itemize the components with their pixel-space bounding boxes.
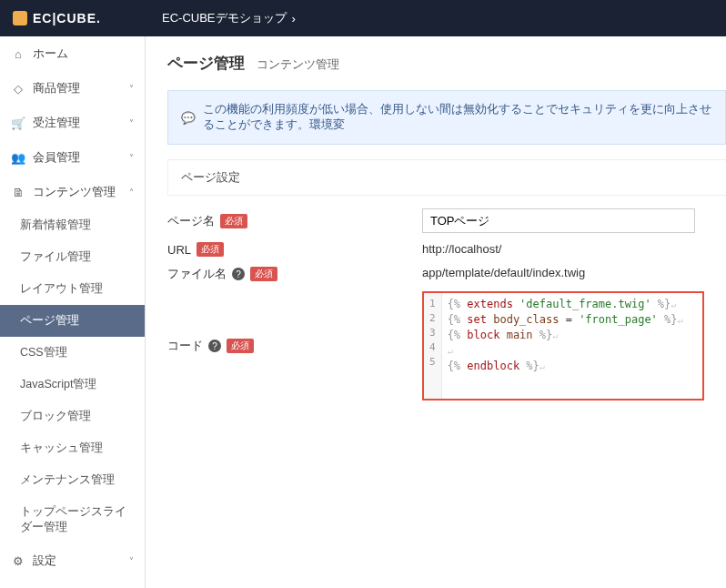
sidebar-sub-item[interactable]: ページ管理 <box>0 305 145 337</box>
page-subtitle: コンテンツ管理 <box>257 57 339 71</box>
sidebar-sub-item[interactable]: メンテナンス管理 <box>0 464 145 496</box>
sidebar-item[interactable]: ✿オーナーズストア˅ <box>0 578 145 588</box>
sidebar-icon: 🛒 <box>11 117 25 130</box>
label-file-name: ファイル名 <box>167 266 227 282</box>
brand-logo[interactable]: EC|CUBE. <box>0 11 146 25</box>
required-badge: 必須 <box>220 214 247 228</box>
label-page-name: ページ名 <box>167 213 215 229</box>
sidebar: ⌂ホーム◇商品管理˅🛒受注管理˅👥会員管理˅🗎コンテンツ管理˄新着情報管理ファイ… <box>0 36 146 588</box>
sidebar-item[interactable]: 👥会員管理˅ <box>0 140 145 175</box>
sidebar-sub-item[interactable]: ブロック管理 <box>0 400 145 432</box>
sidebar-sub-item[interactable]: キャッシュ管理 <box>0 432 145 464</box>
row-page-name: ページ名 必須 <box>167 208 726 233</box>
sidebar-icon: ⚙ <box>11 554 25 568</box>
chevron-icon: ˅ <box>129 84 134 94</box>
sidebar-item[interactable]: 🗎コンテンツ管理˄ <box>0 175 145 209</box>
page-title: ページ管理 コンテンツ管理 <box>167 53 726 74</box>
sidebar-sub-item[interactable]: トップページスライダー管理 <box>0 496 145 543</box>
info-banner: 💬 この機能の利用頻度が低い場合、使用しない間は無効化することでセキュリティを更… <box>167 90 726 145</box>
sidebar-icon: 👥 <box>11 151 25 165</box>
required-badge: 必須 <box>250 267 277 281</box>
brand-text: EC|CUBE. <box>33 11 101 25</box>
help-icon[interactable]: ? <box>208 340 221 352</box>
help-icon[interactable]: ? <box>232 268 245 280</box>
sidebar-item[interactable]: ⚙設定˅ <box>0 543 145 578</box>
sidebar-item[interactable]: 🛒受注管理˅ <box>0 106 145 140</box>
chevron-icon: ˅ <box>129 556 134 566</box>
sidebar-item[interactable]: ⌂ホーム <box>0 36 145 71</box>
sidebar-icon: ⌂ <box>11 47 25 61</box>
row-code: コード ? 必須 12345 {% extends 'default_frame… <box>167 291 726 400</box>
sidebar-item[interactable]: ◇商品管理˅ <box>0 71 145 106</box>
logo-icon <box>13 11 27 25</box>
sidebar-sub-item[interactable]: レイアウト管理 <box>0 273 145 305</box>
sidebar-item-label: ホーム <box>33 46 68 62</box>
shop-link-label: EC-CUBEデモショップ <box>162 10 287 26</box>
chevron-right-icon: › <box>292 12 296 25</box>
sidebar-item-label: 商品管理 <box>33 80 80 96</box>
sidebar-item-label: コンテンツ管理 <box>33 184 116 200</box>
shop-link[interactable]: EC-CUBEデモショップ › <box>146 10 312 26</box>
url-value: http://localhost/ <box>422 242 501 256</box>
sidebar-item-label: 設定 <box>33 553 56 569</box>
info-icon: 💬 <box>181 111 196 125</box>
row-file-name: ファイル名 ? 必須 app/template/default/index.tw… <box>167 266 726 282</box>
label-url: URL <box>167 243 191 257</box>
sidebar-sub-item[interactable]: CSS管理 <box>0 337 145 369</box>
code-area[interactable]: {% extends 'default_frame.twig' %}↵{% se… <box>442 293 689 399</box>
code-editor[interactable]: 12345 {% extends 'default_frame.twig' %}… <box>422 291 704 400</box>
sidebar-item-label: 受注管理 <box>33 115 80 131</box>
top-bar: EC|CUBE. EC-CUBEデモショップ › <box>0 0 726 36</box>
info-banner-text: この機能の利用頻度が低い場合、使用しない間は無効化することでセキュリティを更に向… <box>203 102 712 133</box>
page-name-input[interactable] <box>422 208 695 233</box>
sidebar-sub-item[interactable]: ファイル管理 <box>0 241 145 273</box>
required-badge: 必須 <box>227 339 254 353</box>
file-path-value: app/template/default/index.twig <box>422 266 585 279</box>
required-badge: 必須 <box>197 242 224 257</box>
chevron-icon: ˄ <box>129 188 134 198</box>
sidebar-sub-item[interactable]: JavaScript管理 <box>0 369 145 400</box>
sidebar-icon: ◇ <box>11 82 25 96</box>
label-code: コード <box>167 338 203 354</box>
section-title: ページ設定 <box>181 170 240 184</box>
page-title-text: ページ管理 <box>167 55 245 72</box>
sidebar-sub-item[interactable]: 新着情報管理 <box>0 209 145 241</box>
chevron-icon: ˅ <box>129 153 134 163</box>
chevron-icon: ˅ <box>129 118 134 128</box>
row-url: URL 必須 http://localhost/ <box>167 242 726 257</box>
sidebar-icon: 🗎 <box>11 186 25 199</box>
sidebar-item-label: 会員管理 <box>33 149 80 166</box>
main-content: ページ管理 コンテンツ管理 💬 この機能の利用頻度が低い場合、使用しない間は無効… <box>146 36 726 588</box>
code-gutter: 12345 <box>424 293 442 399</box>
section-header: ページ設定 <box>167 159 726 196</box>
